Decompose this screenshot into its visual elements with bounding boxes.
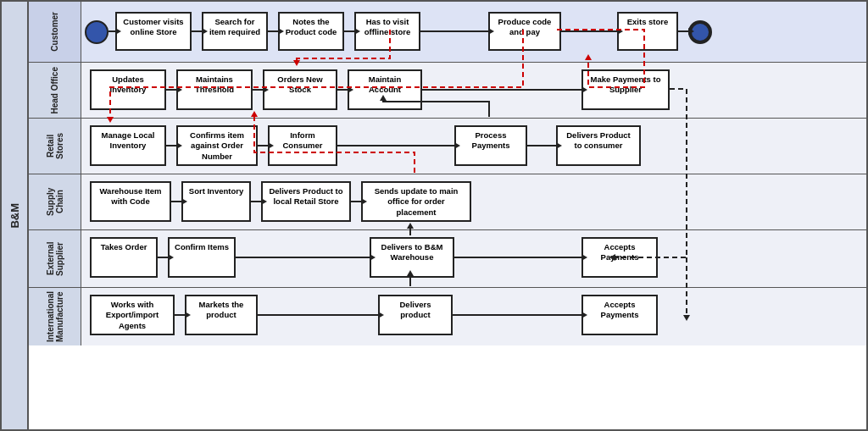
lane-headoffice: Head Office Updates Inventory Maintains … bbox=[29, 63, 866, 119]
lane-retailstores: Retail Stores Manage Local Inventory Con… bbox=[29, 119, 866, 174]
process-accepts-payments-e: Accepts Payments bbox=[581, 237, 658, 278]
lane-label-supplychain: Supply Chain bbox=[29, 174, 81, 229]
process-visit-offline: Has to visit offline store bbox=[354, 12, 420, 51]
lane-supplychain: Supply Chain Warehouse Item with Code So… bbox=[29, 174, 866, 230]
process-accepts-payments-m: Accepts Payments bbox=[581, 295, 658, 335]
lane-label-customer: Customer bbox=[29, 2, 81, 62]
process-delivers-warehouse: Delivers to B&M Warehouse bbox=[370, 237, 454, 278]
lane-content-customer: Customer visits online Store Search for … bbox=[81, 2, 866, 62]
process-works-export: Works with Export/import Agents bbox=[90, 295, 175, 335]
process-manage-local: Manage Local Inventory bbox=[90, 125, 166, 166]
process-produce-code: Produce code and pay bbox=[488, 12, 561, 51]
process-maintain-account: Maintain Account bbox=[348, 69, 422, 110]
lane-intlmanufacture: International Manufacture Works with Exp… bbox=[29, 288, 866, 345]
process-sort-inventory: Sort Inventory bbox=[181, 181, 251, 222]
process-search-item: Search for item required bbox=[202, 12, 268, 51]
process-takes-order: Takes Order bbox=[90, 237, 158, 278]
process-inform-consumer: Inform Consumer bbox=[268, 125, 337, 166]
process-process-payments: Process Payments bbox=[454, 125, 527, 166]
lane-content-headoffice: Updates Inventory Maintains Threshold Or… bbox=[81, 63, 866, 118]
process-notes-code: Notes the Product code bbox=[278, 12, 344, 51]
process-markets-product: Markets the product bbox=[185, 295, 258, 335]
process-customer-visits: Customer visits online Store bbox=[115, 12, 192, 51]
process-delivers-retail: Delivers Product to local Retail Store bbox=[261, 181, 351, 222]
process-warehouse-item: Warehouse Item with Code bbox=[90, 181, 171, 222]
lane-label-headoffice: Head Office bbox=[29, 63, 81, 118]
start-event bbox=[85, 20, 108, 44]
bm-label-text: B&M bbox=[8, 203, 21, 229]
bm-label: B&M bbox=[2, 2, 29, 429]
lane-content-externalsupplier: Takes Order Confirm Items Delivers to B&… bbox=[81, 230, 866, 287]
end-event bbox=[688, 20, 712, 44]
process-exits-store: Exits store bbox=[617, 12, 678, 51]
process-delivers-to-consumer: Delivers Product to consumer bbox=[556, 125, 641, 166]
lane-label-externalsupplier: External Supplier bbox=[29, 230, 81, 287]
lane-content-retailstores: Manage Local Inventory Confirms item aga… bbox=[81, 119, 866, 174]
process-updates-inventory: Updates Inventory bbox=[90, 69, 166, 110]
lane-label-intlmanufacture: International Manufacture bbox=[29, 288, 81, 345]
process-make-payments: Make Payments to Supplier bbox=[581, 69, 670, 110]
process-orders-new-stock: Orders New Stock bbox=[263, 69, 337, 110]
lane-content-supplychain: Warehouse Item with Code Sort Inventory … bbox=[81, 174, 866, 229]
process-delivers-product: Delivers product bbox=[378, 295, 453, 335]
process-maintains-threshold: Maintains Threshold bbox=[176, 69, 253, 110]
lanes-container: Customer Customer visits online Store Se… bbox=[29, 2, 866, 429]
process-sends-update: Sends update to main office for order pl… bbox=[361, 181, 471, 222]
lane-label-retailstores: Retail Stores bbox=[29, 119, 81, 174]
diagram-container: B&M Customer Customer visits online Stor… bbox=[0, 0, 868, 431]
process-confirm-items: Confirm Items bbox=[168, 237, 236, 278]
lane-content-intlmanufacture: Works with Export/import Agents Markets … bbox=[81, 288, 866, 345]
lane-externalsupplier: External Supplier Takes Order Confirm It… bbox=[29, 230, 866, 288]
process-confirms-item: Confirms item against Order Number bbox=[176, 125, 258, 166]
lane-customer: Customer Customer visits online Store Se… bbox=[29, 2, 866, 63]
